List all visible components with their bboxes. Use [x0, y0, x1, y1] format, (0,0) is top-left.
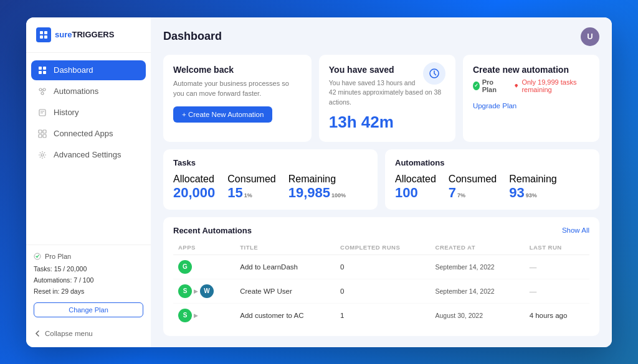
tasks-stat-cols: Allocated 20,000 Consumed 151% Remaining…: [173, 174, 368, 201]
col-title: Title: [235, 241, 335, 255]
sidebar-item-history-label: History: [54, 108, 79, 117]
create-card-title: Create new automation: [473, 65, 589, 75]
tasks-allocated-value: 20,000: [173, 185, 215, 201]
automations-table-wrap: Apps Title Completed Runs Created At Las…: [173, 241, 589, 327]
svg-rect-1: [44, 31, 47, 34]
svg-rect-2: [40, 35, 43, 39]
footer-plan-label: Pro Plan: [34, 253, 143, 260]
svg-point-9: [43, 88, 45, 91]
dashboard-icon: [37, 65, 47, 75]
tasks-remaining-value: 19,985100%: [288, 185, 346, 201]
row3-lastrun: 4 hours ago: [525, 303, 589, 327]
automations-table: Apps Title Completed Runs Created At Las…: [173, 241, 589, 327]
sidebar-item-connected-apps[interactable]: Connected Apps: [31, 124, 146, 144]
row2-apps: S ▶ W: [173, 279, 235, 303]
row3-title: Add customer to AC: [235, 303, 335, 327]
sidebar-item-automations[interactable]: Automations: [31, 82, 146, 101]
collapse-menu-label: Collapse menu: [45, 330, 93, 337]
svg-rect-18: [39, 134, 42, 138]
table-row: S ▶ W Create WP User 0 September 14, 202…: [173, 279, 589, 303]
row2-lastrun: —: [525, 279, 589, 303]
automations-allocated-value: 100: [395, 185, 436, 201]
arrow-icon-2: ▶: [194, 312, 198, 319]
row2-runs: 0: [335, 279, 431, 303]
svg-rect-16: [39, 130, 42, 133]
create-automation-card: Create new automation ✓ Pro Plan Only 19…: [463, 55, 599, 142]
svg-rect-5: [43, 67, 46, 70]
sidebar-item-connected-apps-label: Connected Apps: [54, 129, 113, 138]
tasks-allocated: Allocated 20,000: [173, 174, 215, 201]
sidebar-footer: Pro Plan Tasks: 15 / 20,000 Automations:…: [26, 245, 151, 325]
svg-rect-17: [43, 130, 46, 133]
tasks-consumed-value: 151%: [227, 185, 275, 201]
pro-check-icon: ✓: [473, 82, 480, 90]
sidebar-item-history[interactable]: History: [31, 103, 146, 123]
sidebar-item-advanced-settings-label: Advanced Settings: [54, 150, 121, 159]
tasks-consumed: Consumed 151%: [227, 174, 275, 201]
automations-consumed-label: Consumed: [449, 174, 497, 184]
logo-text: sureTRIGGERS: [55, 30, 114, 39]
welcome-card: Welcome back Automate your business proc…: [163, 55, 312, 142]
app-icon-green-s: S: [178, 284, 192, 298]
tasks-consumed-label: Consumed: [227, 174, 275, 184]
settings-icon: [37, 150, 47, 160]
change-plan-button[interactable]: Change Plan: [34, 302, 143, 317]
sidebar-item-dashboard-label: Dashboard: [54, 65, 93, 75]
automations-allocated-label: Allocated: [395, 174, 436, 184]
tasks-stat-title: Tasks: [173, 158, 368, 167]
automations-remaining-value: 9393%: [509, 185, 556, 201]
row3-created: August 30, 2022: [431, 303, 525, 327]
row3-runs: 1: [335, 303, 431, 327]
collapse-menu[interactable]: Collapse menu: [26, 325, 151, 337]
row2-title: Create WP User: [235, 279, 335, 303]
history-icon: [37, 108, 47, 118]
app-icon-green-s2: S: [178, 309, 192, 322]
tasks-remaining: Remaining 19,985100%: [288, 174, 346, 201]
row1-runs: 0: [335, 254, 431, 279]
svg-point-20: [41, 154, 44, 156]
svg-rect-19: [43, 134, 46, 138]
col-created: Created At: [431, 241, 525, 255]
automations-icon: [37, 86, 47, 96]
row2-created: September 14, 2022: [431, 279, 525, 303]
row3-apps: S ▶: [173, 303, 235, 327]
recent-automations-title: Recent Automations: [173, 226, 252, 235]
svg-rect-3: [44, 35, 47, 39]
sidebar-item-advanced-settings[interactable]: Advanced Settings: [31, 145, 146, 165]
connected-apps-icon: [37, 129, 47, 139]
footer-stats: Tasks: 15 / 20,000 Automations: 7 / 100 …: [34, 264, 143, 297]
svg-rect-4: [39, 67, 42, 70]
row1-apps: G: [173, 254, 235, 279]
top-cards-row: Welcome back Automate your business proc…: [163, 55, 599, 142]
avatar[interactable]: U: [581, 27, 599, 46]
tasks-remaining-label: Remaining: [288, 174, 336, 184]
col-runs: Completed Runs: [335, 241, 431, 255]
svg-rect-0: [40, 31, 43, 34]
sidebar: sureTRIGGERS Dashboard: [26, 17, 151, 347]
welcome-card-title: Welcome back: [173, 65, 302, 75]
pro-badge: ✓ Pro Plan: [473, 78, 503, 93]
tasks-allocated-label: Allocated: [173, 174, 214, 184]
row1-title: Add to LearnDash: [235, 254, 335, 279]
app-icon-learndash: G: [178, 260, 192, 274]
recent-automations-section: Recent Automations Show All Apps Title C…: [163, 217, 599, 336]
pro-plan-row: ✓ Pro Plan Only 19,999 tasks remaining: [473, 78, 589, 93]
page-title: Dashboard: [163, 30, 222, 43]
svg-rect-6: [39, 71, 42, 74]
nav-items: Dashboard Automations: [26, 53, 151, 245]
sidebar-item-dashboard[interactable]: Dashboard: [31, 60, 146, 80]
create-new-automation-button[interactable]: + Create New Automation: [173, 106, 272, 123]
welcome-card-desc: Automate your business processes so you …: [173, 78, 302, 99]
col-lastrun: Last Run: [525, 241, 589, 255]
show-all-link[interactable]: Show All: [562, 226, 589, 234]
stats-row: Tasks Allocated 20,000 Consumed 151% Rem…: [163, 149, 599, 210]
automations-remaining: Remaining 9393%: [509, 174, 556, 201]
main-content: Dashboard U Welcome back Automate your b…: [151, 17, 612, 347]
app-icon-wp: W: [200, 284, 214, 298]
col-apps: Apps: [173, 241, 235, 255]
svg-point-8: [39, 88, 42, 91]
upgrade-plan-link[interactable]: Upgrade Plan: [473, 102, 517, 110]
table-header-row: Apps Title Completed Runs Created At Las…: [173, 241, 589, 255]
saved-time-value: 13h 42m: [329, 113, 445, 132]
saved-icon: [423, 62, 445, 85]
